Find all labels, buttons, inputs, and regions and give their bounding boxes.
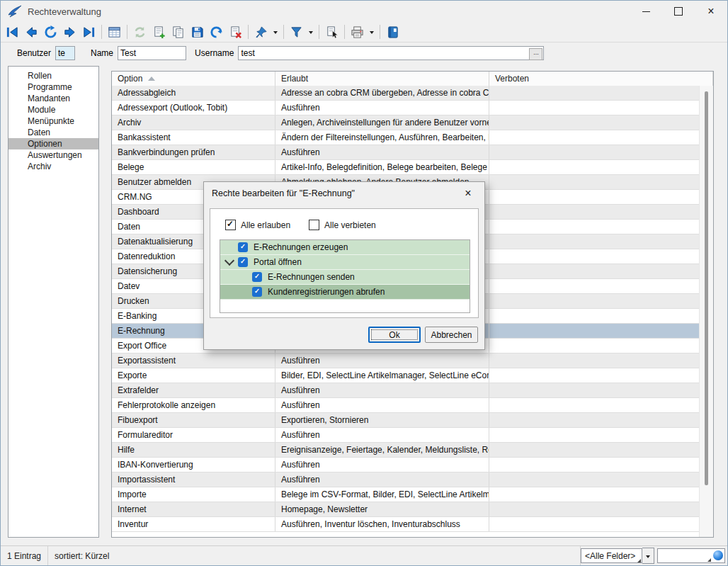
column-header-verboten[interactable]: Verboten (489, 72, 713, 86)
table-row-internet[interactable]: InternetHomepage, Newsletter (112, 502, 700, 517)
checkbox-box[interactable] (309, 220, 319, 230)
table-row-hilfe[interactable]: HilfeEreignisanzeige, Feiertage, Kalende… (112, 443, 700, 458)
chevron-down-icon[interactable] (224, 256, 234, 266)
ok-button[interactable]: Ok (368, 327, 421, 343)
table-row-belege[interactable]: BelegeArtikel-Info, Belegdefinition, Bel… (112, 160, 700, 175)
cell-option: Inventur (112, 517, 275, 531)
cell-verboten (489, 383, 700, 397)
dialog-close-icon[interactable]: × (459, 186, 477, 200)
sidebar-item-daten[interactable]: Daten (8, 127, 98, 138)
sidebar-item-rollen[interactable]: Rollen (8, 70, 98, 81)
column-header-option[interactable]: Option (112, 72, 275, 86)
username-label: Username (195, 48, 234, 58)
table-row-extrafelder[interactable]: ExtrafelderAusführen (112, 383, 700, 398)
sidebar-item-optionen[interactable]: Optionen (8, 138, 98, 149)
cell-option: Importassistent (112, 472, 275, 487)
cell-erlaubt: Ausführen (275, 383, 489, 397)
sidebar-item-mandanten[interactable]: Mandanten (8, 93, 98, 104)
undo-icon[interactable] (207, 23, 226, 40)
table-row-inventur[interactable]: InventurAusführen, Inventur löschen, Inv… (112, 517, 700, 532)
cell-verboten (489, 502, 700, 516)
tree-checkbox-checked[interactable] (238, 257, 248, 267)
tree-item-kundenregistrierungen-abrufen[interactable]: Kundenregistrierungen abrufen (220, 285, 470, 300)
tree-item-label: Kundenregistrierungen abrufen (268, 287, 385, 297)
filter-icon[interactable] (287, 23, 306, 40)
sidebar-item-module[interactable]: Module (8, 104, 98, 115)
tree-item-e-rechnungen-erzeugen[interactable]: E-Rechnungen erzeugen (220, 240, 470, 255)
cell-verboten (489, 413, 700, 427)
first-record-icon[interactable] (3, 23, 22, 40)
tree-item-label: Portal öffnen (254, 257, 302, 267)
column-header-erlaubt[interactable]: Erlaubt (275, 72, 489, 86)
table-row-fibuexport[interactable]: FibuexportExportieren, Stornieren (112, 413, 700, 428)
table-row-importassistent[interactable]: ImportassistentAusführen (112, 472, 700, 487)
benutzer-input[interactable] (55, 46, 75, 60)
table-view-icon[interactable] (105, 23, 124, 40)
tree-checkbox-checked[interactable] (252, 287, 262, 297)
print-icon[interactable] (348, 23, 367, 40)
scrollbar-thumb[interactable] (705, 91, 708, 485)
new-record-icon[interactable] (149, 23, 169, 40)
checkbox-alle-verbieten[interactable]: Alle verbieten (309, 220, 376, 230)
cell-erlaubt: Belege im CSV-Format, Bilder, EDI, Selec… (275, 487, 489, 502)
vertical-scrollbar[interactable] (699, 86, 713, 537)
table-row-exporte[interactable]: ExporteBilder, EDI, SelectLine Artikelma… (112, 368, 700, 383)
cell-verboten (489, 115, 700, 130)
benutzer-label: Benutzer (17, 48, 51, 58)
table-row-bankassistent[interactable]: BankassistentÄndern der Filtereinstellun… (112, 130, 700, 145)
table-row-adressexport-outlook-tobit-[interactable]: Adressexport (Outlook, Tobit)Ausführen (112, 101, 700, 115)
table-row-fehlerprotokolle-anzeigen[interactable]: Fehlerprotokolle anzeigenAusführen (112, 398, 700, 413)
sidebar-item-menüpunkte[interactable]: Menüpunkte (8, 115, 98, 127)
cell-erlaubt: Ausführen (275, 101, 489, 115)
quicksearch-field[interactable] (657, 548, 725, 563)
maximize-button[interactable] (662, 1, 695, 22)
previous-record-icon[interactable] (22, 23, 41, 40)
table-row-adressabgleich[interactable]: AdressabgleichAdresse an cobra CRM überg… (112, 86, 700, 101)
tree-item-portal-öffnen[interactable]: Portal öffnen (220, 255, 470, 270)
field-filter-combobox[interactable]: <Alle Felder> (581, 548, 642, 563)
sidebar-item-programme[interactable]: Programme (8, 81, 98, 93)
toolbar (1, 22, 727, 43)
cell-verboten (489, 86, 700, 100)
next-record-icon[interactable] (60, 23, 79, 40)
cell-verboten (489, 145, 700, 159)
cell-verboten (489, 309, 700, 323)
checkbox-alle-erlauben[interactable]: Alle erlauben (225, 220, 290, 230)
table-row-archiv[interactable]: ArchivAnlegen, Archiveinstellungen für a… (112, 115, 700, 130)
table-row-importe[interactable]: ImporteBelege im CSV-Format, Bilder, EDI… (112, 487, 700, 502)
refresh-icon[interactable] (130, 23, 149, 40)
filter-dropdown-icon[interactable] (306, 23, 316, 40)
table-row-bankverbindungen-prüfen[interactable]: Bankverbindungen prüfenAusführen (112, 145, 700, 160)
table-header: Option Erlaubt Verboten (112, 72, 713, 86)
table-row-exportassistent[interactable]: ExportassistentAusführen (112, 353, 700, 368)
tree-item-e-rechnungen-senden[interactable]: E-Rechnungen senden (220, 270, 470, 285)
save-record-icon[interactable] (188, 23, 207, 40)
sidebar-item-archiv[interactable]: Archiv (8, 161, 98, 172)
print-dropdown-icon[interactable] (367, 23, 377, 40)
sidebar-item-auswertungen[interactable]: Auswertungen (8, 149, 98, 161)
browse-button[interactable]: ... (529, 48, 542, 60)
close-button[interactable]: × (695, 1, 727, 22)
refresh-record-icon[interactable] (41, 23, 60, 40)
cell-verboten (489, 234, 700, 249)
minimize-button[interactable] (630, 1, 662, 22)
checkbox-box[interactable] (225, 220, 236, 230)
name-input[interactable] (118, 46, 186, 60)
last-record-icon[interactable] (79, 23, 98, 40)
pin-icon[interactable] (251, 23, 271, 40)
copy-record-icon[interactable] (169, 23, 188, 40)
cell-option: Fibuexport (112, 413, 275, 427)
table-row-formulareditor[interactable]: FormulareditorAusführen (112, 428, 700, 443)
username-input[interactable] (238, 46, 544, 60)
pin-dropdown-icon[interactable] (271, 23, 280, 40)
cell-erlaubt: Ausführen (275, 398, 489, 412)
delete-record-icon[interactable] (226, 23, 245, 40)
select-record-icon[interactable] (322, 23, 341, 40)
cancel-button[interactable]: Abbrechen (425, 327, 478, 343)
tree-checkbox-checked[interactable] (252, 272, 262, 282)
combobox-dropdown-icon[interactable] (642, 548, 654, 564)
cell-erlaubt: Ausführen (275, 428, 489, 442)
tree-checkbox-checked[interactable] (238, 242, 248, 252)
table-row-iban-konvertierung[interactable]: IBAN-KonvertierungAusführen (112, 458, 700, 472)
address-book-icon[interactable] (383, 23, 402, 40)
